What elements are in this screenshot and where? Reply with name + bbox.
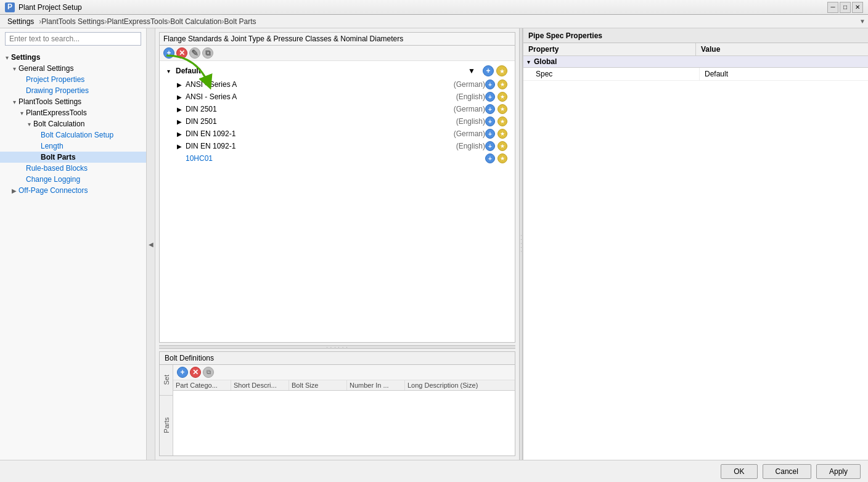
sidebar-item-general-settings[interactable]: ▾ General Settings (0, 63, 146, 74)
ansi-de-add[interactable]: + (485, 80, 495, 89)
panel-resizer[interactable]: · · · · · · (159, 345, 515, 349)
din2501-en-add[interactable]: + (485, 116, 495, 126)
label-pp: Project Properties (26, 75, 84, 84)
parts-label: Parts (163, 417, 170, 433)
bolt-def-body: Set Parts + ✕ ⧉ (160, 365, 515, 455)
din2501-de-star[interactable]: ★ (497, 104, 507, 114)
add-spec-button[interactable]: + (163, 47, 174, 59)
ansi-en-toggle: ▶ (177, 94, 186, 100)
menu-settings[interactable]: Settings (2, 16, 39, 27)
minimize-button[interactable]: ─ (827, 2, 838, 13)
spec-row-dinen-de[interactable]: ▶ DIN EN 1092-1 (German) + ★ (165, 128, 510, 140)
breadcrumb-boltcalc[interactable]: Bolt Calculation (170, 17, 221, 26)
default-spec-row[interactable]: ▾ Default ▼ + ★ (165, 64, 510, 78)
sidebar-item-drawing-properties[interactable]: Drawing Properties (0, 85, 146, 96)
label-op: Off-Page Connectors (18, 186, 88, 195)
din2501-de-lang: (German) (454, 105, 485, 113)
sidebar-item-bcs[interactable]: Bolt Calculation Setup (0, 129, 146, 141)
ok-button[interactable]: OK (721, 464, 757, 479)
spec-tree: ▾ Default ▼ + ★ ▶ ANSI - Series A (Germa… (160, 61, 515, 342)
spec-row-ansi-en[interactable]: ▶ ANSI - Series A (English) + ★ (165, 91, 510, 103)
sidebar-item-plantexpresstools[interactable]: ▾ PlantExpressTools (0, 107, 146, 118)
sidebar-item-length[interactable]: Length (0, 141, 146, 152)
ansi-de-toggle: ▶ (177, 81, 186, 88)
spec-row-din2501-en[interactable]: ▶ DIN 2501 (English) + ★ (165, 115, 510, 128)
breadcrumb-boltparts[interactable]: Bolt Parts (224, 17, 256, 26)
remove-spec-button[interactable]: ✕ (176, 47, 187, 59)
spec-row-ansi-de[interactable]: ▶ ANSI - Series A (German) + ★ (165, 78, 510, 91)
collapse-icon: ◀ (149, 241, 154, 248)
sidebar-item-project-properties[interactable]: Project Properties (0, 74, 146, 85)
prop-table-header: Property Value (523, 43, 868, 56)
sidebar-item-settings[interactable]: ▾ Settings (0, 52, 146, 63)
sidebar-item-planttools-settings[interactable]: ▾ PlantTools Settings (0, 96, 146, 107)
copy-spec-button[interactable]: ⧉ (202, 47, 213, 59)
bolt-side-labels: Set Parts (160, 365, 173, 455)
spec-property-row: Spec Default (523, 68, 868, 81)
right-panel: Pipe Spec Properties Property Value ▾ Gl… (523, 28, 868, 460)
apply-button[interactable]: Apply (816, 464, 861, 479)
10hc01-add[interactable]: + (485, 153, 495, 163)
sidebar-collapse-button[interactable]: ◀ (147, 28, 155, 460)
bottom-bar: OK Cancel Apply (0, 460, 868, 482)
dinen-en-star[interactable]: ★ (497, 141, 507, 151)
din2501-en-star[interactable]: ★ (497, 116, 507, 126)
ansi-de-lang: (German) (454, 80, 485, 89)
parts-label-container: Parts (160, 396, 173, 455)
sidebar-item-rule-blocks[interactable]: Rule-based Blocks (0, 163, 146, 174)
toggle-settings: ▾ (2, 54, 11, 61)
breadcrumb-plantexpress[interactable]: PlantExpressTools (107, 17, 168, 26)
ansi-de-star[interactable]: ★ (497, 80, 507, 89)
bolt-remove-button[interactable]: ✕ (190, 367, 201, 378)
cancel-button[interactable]: Cancel (763, 464, 811, 479)
breadcrumb-planttools[interactable]: PlantTools Settings (41, 17, 104, 26)
app-icon: P (5, 2, 15, 12)
bolt-column-headers: Part Catego... Short Descri... Bolt Size… (173, 380, 515, 391)
sidebar-item-bolt-parts[interactable]: Bolt Parts (0, 152, 146, 163)
spec-row-dinen-en[interactable]: ▶ DIN EN 1092-1 (English) + ★ (165, 140, 510, 152)
maximize-button[interactable]: □ (840, 2, 851, 13)
set-label-container: Set (160, 365, 173, 396)
edit-spec-button[interactable]: ✎ (189, 47, 200, 59)
dinen-de-toggle: ▶ (177, 131, 186, 137)
resizer-handle: · · · · · · (326, 345, 348, 350)
sidebar-item-change-logging[interactable]: Change Logging (0, 174, 146, 185)
panel-tabs-bar: Flange Standards & Joint Type & Pressure… (160, 33, 515, 46)
dinen-en-name: DIN EN 1092-1 (186, 142, 451, 150)
menu-bar: Settings › PlantTools Settings › PlantEx… (0, 15, 868, 28)
bolt-add-button[interactable]: + (177, 367, 188, 378)
dinen-en-add[interactable]: + (485, 141, 495, 151)
flange-toolbar: + ✕ ✎ ⧉ (160, 46, 515, 61)
label-len: Length (41, 142, 63, 150)
search-input[interactable] (5, 32, 141, 46)
close-button[interactable]: ✕ (852, 2, 863, 13)
ansi-en-add[interactable]: + (485, 92, 495, 102)
col-part-category: Part Catego... (173, 380, 231, 390)
ansi-en-name: ANSI - Series A (186, 92, 451, 101)
col-long-desc: Long Description (Size) (405, 380, 515, 390)
global-group-row[interactable]: ▾ Global (523, 56, 868, 68)
tab-flange-standards[interactable]: Flange Standards & Joint Type & Pressure… (163, 35, 403, 43)
ansi-en-star[interactable]: ★ (497, 92, 507, 102)
spec-row-10hc01[interactable]: 10HC01 + ★ (165, 152, 510, 165)
sidebar-item-off-page[interactable]: ▶ Off-Page Connectors (0, 185, 146, 196)
default-star-btn[interactable]: ★ (496, 65, 507, 76)
10hc01-star[interactable]: ★ (497, 153, 507, 163)
dinen-de-add[interactable]: + (485, 129, 495, 139)
label-pts: PlantTools Settings (18, 97, 81, 106)
default-dropdown[interactable]: ▼ (468, 67, 480, 75)
dinen-de-name: DIN EN 1092-1 (186, 129, 449, 138)
toggle-bc: ▾ (25, 121, 33, 128)
breadcrumb-dropdown[interactable]: ▼ (859, 18, 866, 25)
din2501-en-lang: (English) (456, 117, 485, 126)
dinen-de-star[interactable]: ★ (497, 129, 507, 139)
right-panel-title: Pipe Spec Properties (528, 31, 602, 40)
flange-standards-panel: Flange Standards & Joint Type & Pressure… (159, 32, 515, 343)
din2501-de-add[interactable]: + (485, 104, 495, 114)
spec-row-din2501-de[interactable]: ▶ DIN 2501 (German) + ★ (165, 103, 510, 115)
bolt-copy-button[interactable]: ⧉ (203, 367, 214, 378)
dinen-en-toggle: ▶ (177, 143, 186, 150)
default-add-btn[interactable]: + (483, 65, 494, 76)
sidebar-item-bolt-calculation[interactable]: ▾ Bolt Calculation (0, 118, 146, 129)
prop-col-value: Value (696, 43, 868, 55)
